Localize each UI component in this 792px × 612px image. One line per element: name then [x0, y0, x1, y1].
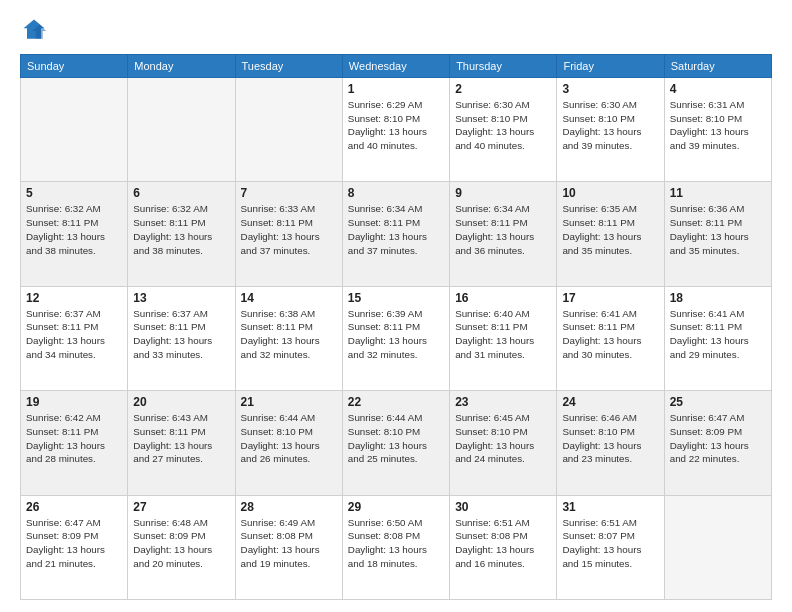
header-sunday: Sunday: [21, 55, 128, 78]
day-number: 4: [670, 82, 766, 96]
day-info: Sunrise: 6:44 AMSunset: 8:10 PMDaylight:…: [241, 411, 337, 466]
day-number: 1: [348, 82, 444, 96]
day-info: Sunrise: 6:46 AMSunset: 8:10 PMDaylight:…: [562, 411, 658, 466]
day-info: Sunrise: 6:30 AMSunset: 8:10 PMDaylight:…: [455, 98, 551, 153]
day-info: Sunrise: 6:39 AMSunset: 8:11 PMDaylight:…: [348, 307, 444, 362]
day-info: Sunrise: 6:38 AMSunset: 8:11 PMDaylight:…: [241, 307, 337, 362]
calendar-cell: [664, 495, 771, 599]
calendar-row-2: 5Sunrise: 6:32 AMSunset: 8:11 PMDaylight…: [21, 182, 772, 286]
day-number: 11: [670, 186, 766, 200]
day-number: 20: [133, 395, 229, 409]
calendar-cell: 7Sunrise: 6:33 AMSunset: 8:11 PMDaylight…: [235, 182, 342, 286]
day-info: Sunrise: 6:41 AMSunset: 8:11 PMDaylight:…: [562, 307, 658, 362]
day-number: 14: [241, 291, 337, 305]
calendar-cell: 29Sunrise: 6:50 AMSunset: 8:08 PMDayligh…: [342, 495, 449, 599]
calendar-cell: 3Sunrise: 6:30 AMSunset: 8:10 PMDaylight…: [557, 78, 664, 182]
day-info: Sunrise: 6:36 AMSunset: 8:11 PMDaylight:…: [670, 202, 766, 257]
day-info: Sunrise: 6:45 AMSunset: 8:10 PMDaylight:…: [455, 411, 551, 466]
calendar-cell: 23Sunrise: 6:45 AMSunset: 8:10 PMDayligh…: [450, 391, 557, 495]
calendar-row-5: 26Sunrise: 6:47 AMSunset: 8:09 PMDayligh…: [21, 495, 772, 599]
day-info: Sunrise: 6:34 AMSunset: 8:11 PMDaylight:…: [348, 202, 444, 257]
day-info: Sunrise: 6:41 AMSunset: 8:11 PMDaylight:…: [670, 307, 766, 362]
header-saturday: Saturday: [664, 55, 771, 78]
day-info: Sunrise: 6:29 AMSunset: 8:10 PMDaylight:…: [348, 98, 444, 153]
day-number: 9: [455, 186, 551, 200]
day-number: 19: [26, 395, 122, 409]
calendar-row-1: 1Sunrise: 6:29 AMSunset: 8:10 PMDaylight…: [21, 78, 772, 182]
day-info: Sunrise: 6:32 AMSunset: 8:11 PMDaylight:…: [133, 202, 229, 257]
day-info: Sunrise: 6:33 AMSunset: 8:11 PMDaylight:…: [241, 202, 337, 257]
day-number: 18: [670, 291, 766, 305]
calendar-cell: [21, 78, 128, 182]
day-info: Sunrise: 6:51 AMSunset: 8:07 PMDaylight:…: [562, 516, 658, 571]
day-number: 3: [562, 82, 658, 96]
day-info: Sunrise: 6:31 AMSunset: 8:10 PMDaylight:…: [670, 98, 766, 153]
day-number: 8: [348, 186, 444, 200]
day-info: Sunrise: 6:35 AMSunset: 8:11 PMDaylight:…: [562, 202, 658, 257]
day-info: Sunrise: 6:47 AMSunset: 8:09 PMDaylight:…: [670, 411, 766, 466]
day-info: Sunrise: 6:30 AMSunset: 8:10 PMDaylight:…: [562, 98, 658, 153]
day-number: 29: [348, 500, 444, 514]
day-number: 30: [455, 500, 551, 514]
calendar-cell: 28Sunrise: 6:49 AMSunset: 8:08 PMDayligh…: [235, 495, 342, 599]
calendar-cell: 24Sunrise: 6:46 AMSunset: 8:10 PMDayligh…: [557, 391, 664, 495]
calendar-cell: 20Sunrise: 6:43 AMSunset: 8:11 PMDayligh…: [128, 391, 235, 495]
calendar-cell: 22Sunrise: 6:44 AMSunset: 8:10 PMDayligh…: [342, 391, 449, 495]
calendar-cell: 16Sunrise: 6:40 AMSunset: 8:11 PMDayligh…: [450, 286, 557, 390]
calendar-cell: 25Sunrise: 6:47 AMSunset: 8:09 PMDayligh…: [664, 391, 771, 495]
day-info: Sunrise: 6:44 AMSunset: 8:10 PMDaylight:…: [348, 411, 444, 466]
calendar-cell: 5Sunrise: 6:32 AMSunset: 8:11 PMDaylight…: [21, 182, 128, 286]
calendar-cell: 26Sunrise: 6:47 AMSunset: 8:09 PMDayligh…: [21, 495, 128, 599]
day-number: 10: [562, 186, 658, 200]
weekday-header-row: Sunday Monday Tuesday Wednesday Thursday…: [21, 55, 772, 78]
calendar-cell: 2Sunrise: 6:30 AMSunset: 8:10 PMDaylight…: [450, 78, 557, 182]
day-info: Sunrise: 6:40 AMSunset: 8:11 PMDaylight:…: [455, 307, 551, 362]
day-number: 25: [670, 395, 766, 409]
day-number: 12: [26, 291, 122, 305]
day-number: 15: [348, 291, 444, 305]
day-info: Sunrise: 6:32 AMSunset: 8:11 PMDaylight:…: [26, 202, 122, 257]
header-monday: Monday: [128, 55, 235, 78]
calendar-cell: 8Sunrise: 6:34 AMSunset: 8:11 PMDaylight…: [342, 182, 449, 286]
day-number: 26: [26, 500, 122, 514]
day-number: 24: [562, 395, 658, 409]
day-info: Sunrise: 6:37 AMSunset: 8:11 PMDaylight:…: [133, 307, 229, 362]
calendar-cell: 17Sunrise: 6:41 AMSunset: 8:11 PMDayligh…: [557, 286, 664, 390]
calendar-cell: [128, 78, 235, 182]
calendar-cell: 30Sunrise: 6:51 AMSunset: 8:08 PMDayligh…: [450, 495, 557, 599]
header-wednesday: Wednesday: [342, 55, 449, 78]
day-number: 13: [133, 291, 229, 305]
day-info: Sunrise: 6:37 AMSunset: 8:11 PMDaylight:…: [26, 307, 122, 362]
day-number: 22: [348, 395, 444, 409]
day-info: Sunrise: 6:50 AMSunset: 8:08 PMDaylight:…: [348, 516, 444, 571]
calendar-cell: 21Sunrise: 6:44 AMSunset: 8:10 PMDayligh…: [235, 391, 342, 495]
header: [20, 16, 772, 44]
day-number: 23: [455, 395, 551, 409]
calendar-cell: 10Sunrise: 6:35 AMSunset: 8:11 PMDayligh…: [557, 182, 664, 286]
header-friday: Friday: [557, 55, 664, 78]
logo: [20, 16, 52, 44]
day-info: Sunrise: 6:42 AMSunset: 8:11 PMDaylight:…: [26, 411, 122, 466]
calendar-cell: 6Sunrise: 6:32 AMSunset: 8:11 PMDaylight…: [128, 182, 235, 286]
calendar-cell: 18Sunrise: 6:41 AMSunset: 8:11 PMDayligh…: [664, 286, 771, 390]
calendar-row-3: 12Sunrise: 6:37 AMSunset: 8:11 PMDayligh…: [21, 286, 772, 390]
day-number: 17: [562, 291, 658, 305]
day-info: Sunrise: 6:48 AMSunset: 8:09 PMDaylight:…: [133, 516, 229, 571]
header-tuesday: Tuesday: [235, 55, 342, 78]
day-number: 5: [26, 186, 122, 200]
calendar-cell: 27Sunrise: 6:48 AMSunset: 8:09 PMDayligh…: [128, 495, 235, 599]
calendar-table: Sunday Monday Tuesday Wednesday Thursday…: [20, 54, 772, 600]
day-number: 16: [455, 291, 551, 305]
calendar-cell: 1Sunrise: 6:29 AMSunset: 8:10 PMDaylight…: [342, 78, 449, 182]
day-number: 6: [133, 186, 229, 200]
page: Sunday Monday Tuesday Wednesday Thursday…: [0, 0, 792, 612]
day-number: 27: [133, 500, 229, 514]
calendar-cell: 31Sunrise: 6:51 AMSunset: 8:07 PMDayligh…: [557, 495, 664, 599]
calendar-cell: 12Sunrise: 6:37 AMSunset: 8:11 PMDayligh…: [21, 286, 128, 390]
day-info: Sunrise: 6:49 AMSunset: 8:08 PMDaylight:…: [241, 516, 337, 571]
calendar-row-4: 19Sunrise: 6:42 AMSunset: 8:11 PMDayligh…: [21, 391, 772, 495]
logo-icon: [20, 16, 48, 44]
day-number: 28: [241, 500, 337, 514]
calendar-cell: 14Sunrise: 6:38 AMSunset: 8:11 PMDayligh…: [235, 286, 342, 390]
day-info: Sunrise: 6:47 AMSunset: 8:09 PMDaylight:…: [26, 516, 122, 571]
